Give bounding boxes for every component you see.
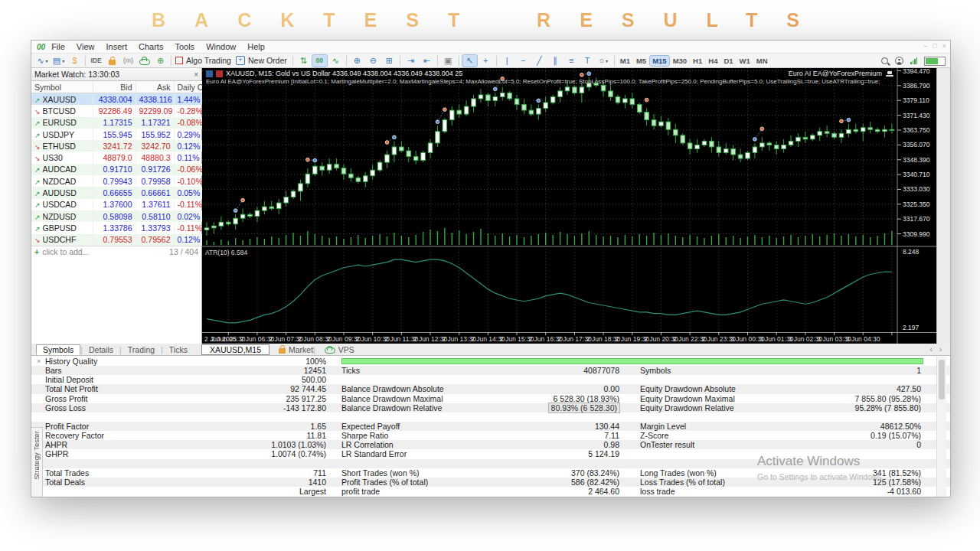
column-header-daily-cha-[interactable]: Daily Cha...	[174, 81, 202, 93]
column-header-bid[interactable]: Bid	[93, 81, 136, 93]
results-row[interactable]: Initial Deposit500.00	[31, 375, 950, 384]
results-row[interactable]: Recovery Factor11.81Sharpe Ratio7.11Z-Sc…	[31, 431, 950, 440]
chart-panel[interactable]: ATR(10) 6.5843394.4703386.7903379.110337…	[202, 68, 936, 344]
chart-tab-market[interactable]: Market	[279, 345, 313, 354]
ea-hat-icon[interactable]	[886, 71, 893, 77]
bars-mode-icon[interactable]: 00	[312, 55, 327, 67]
column-header-symbol[interactable]: Symbol	[31, 81, 93, 93]
results-row[interactable]: AHPR1.0103 (1.03%)LR Correlation0.98OnTe…	[31, 440, 950, 449]
market-watch-row[interactable]: ↘BTCUSD92286.4992299.09-0.28%	[31, 105, 202, 116]
crosshair-icon[interactable]: +	[479, 55, 493, 67]
zoom-out-icon[interactable]: ⊖	[366, 55, 381, 67]
add-symbol-label[interactable]: click to add...	[42, 247, 89, 256]
add-symbol-icon[interactable]: +	[34, 247, 39, 256]
candle-body	[327, 165, 332, 171]
market-watch-row[interactable]: ↘ETHUSD3241.723242.700.12%	[31, 140, 202, 152]
chart-window-icon[interactable]: ∿▾	[35, 55, 50, 67]
column-header-ask[interactable]: Ask	[136, 81, 174, 93]
menu-file[interactable]: File	[51, 42, 65, 51]
minimize-button[interactable]: –	[923, 41, 927, 52]
lock-icon[interactable]	[105, 55, 119, 67]
tick-chart-icon[interactable]: ⇅	[296, 55, 311, 67]
results-row[interactable]: Bars12451Ticks40877078Symbols1	[31, 366, 950, 375]
shapes-icon[interactable]: ○▾	[596, 55, 611, 67]
zoom-in-icon[interactable]: ⊕	[350, 55, 364, 67]
market-watch-row[interactable]: ↗AUDUSD0.666550.666610.05%	[31, 187, 202, 198]
line-chart-icon[interactable]: ∿	[328, 55, 343, 67]
dropdown-caret-icon[interactable]: ▾	[46, 58, 48, 64]
timeframe-d1[interactable]: D1	[721, 56, 735, 66]
results-row[interactable]: Gross Loss-143 172.80Balance Drawdown Re…	[31, 403, 950, 412]
results-row[interactable]: Gross Profit235 917.25Balance Drawdown M…	[31, 394, 950, 403]
timeframe-h4[interactable]: H4	[706, 56, 720, 66]
market-watch-row[interactable]: ↗USDCAD1.376001.37611-0.11%	[31, 199, 202, 210]
close-icon[interactable]: ×	[194, 70, 198, 79]
new-order-button[interactable]: +New Order	[235, 55, 289, 67]
tab-scroll-arrows[interactable]: ‹ ›	[930, 345, 944, 354]
market-watch-row[interactable]: ↘USDCHF0.795530.795620.12%	[31, 234, 202, 246]
menu-insert[interactable]: Insert	[106, 42, 128, 51]
timeframe-m1[interactable]: M1	[618, 56, 632, 66]
menu-window[interactable]: Window	[206, 42, 236, 51]
timeframe-m30[interactable]: M30	[671, 56, 689, 66]
results-row[interactable]: Profit Factor1.65Expected Payoff130.44Ma…	[31, 422, 950, 431]
metaeditor-ide-icon[interactable]: IDE	[89, 55, 103, 67]
timeframe-w1[interactable]: W1	[737, 56, 753, 66]
auto-scroll-icon[interactable]: ⇤	[420, 55, 434, 67]
menu-tools[interactable]: Tools	[175, 42, 194, 51]
menu-view[interactable]: View	[77, 42, 95, 51]
highlighted-value[interactable]: 80.93% (6 528.30)	[549, 403, 619, 412]
results-row[interactable]: History Quality100%	[31, 357, 950, 366]
trendline-icon[interactable]: ╱	[532, 55, 547, 67]
algo-trading-button[interactable]: Algo Trading	[175, 55, 234, 67]
market-watch-row[interactable]: ↗AUDCAD0.917100.91726-0.06%	[31, 164, 202, 175]
cloud-icon[interactable]	[137, 55, 152, 67]
mql5-icon[interactable]: (m)	[121, 55, 136, 67]
vertical-line-icon[interactable]: |	[500, 55, 514, 67]
toolbox-tab-symbols[interactable]: Symbols	[36, 344, 80, 355]
scrollbar-thumb[interactable]	[939, 360, 945, 399]
market-watch-row[interactable]: ↗GBPUSD1.337861.33793-0.11%	[31, 222, 202, 233]
market-watch-column-headers[interactable]: SymbolBidAskDaily Cha...	[31, 81, 202, 93]
accounts-icon[interactable]: $	[67, 55, 82, 67]
horizontal-line-icon[interactable]: −	[516, 55, 531, 67]
fibonacci-icon[interactable]: ≡	[564, 55, 579, 67]
market-watch-row[interactable]: ↗NZDUSD0.580980.581100.02%	[31, 210, 202, 222]
timeframe-h1[interactable]: H1	[691, 56, 704, 66]
market-watch-row[interactable]: ↗XAUUSD4338.0044338.1161.44%	[31, 93, 202, 106]
toolbox-tab-trading[interactable]: Trading	[122, 345, 161, 354]
close-button[interactable]: ×	[942, 41, 946, 52]
menu-help[interactable]: Help	[247, 42, 265, 51]
price-chart-svg[interactable]: ATR(10) 6.5843394.4703386.7903379.110337…	[202, 68, 936, 344]
market-watch-row[interactable]: ↗NZDCAD0.799430.79958-0.10%	[31, 175, 202, 187]
text-tool-icon[interactable]: T	[580, 55, 595, 67]
timeframe-m15[interactable]: M15	[650, 56, 668, 66]
toolbox-tab-ticks[interactable]: Ticks	[163, 345, 194, 354]
channel-icon[interactable]: ∥	[548, 55, 563, 67]
chart-tab-vps[interactable]: VPS	[325, 345, 354, 354]
timeframe-m5[interactable]: M5	[634, 56, 648, 66]
results-scrollbar[interactable]	[936, 357, 946, 497]
results-row[interactable]: Largestprofit trade2 464.60loss trade-4 …	[31, 487, 950, 496]
market-watch-row[interactable]: ↗EURUSD1.173151.17321-0.08%	[31, 117, 202, 129]
market-watch-row[interactable]: ↘US3048879.048880.30.11%	[31, 152, 202, 163]
market-watch-row[interactable]: ↗USDJPY155.945155.9520.29%	[31, 129, 202, 140]
timeframe-mn[interactable]: MN	[754, 56, 770, 66]
maximize-button[interactable]: □	[933, 41, 936, 52]
shift-chart-end-icon[interactable]: ⇥	[403, 55, 418, 67]
menu-charts[interactable]: Charts	[139, 42, 163, 51]
chart-tab-active[interactable]: XAUUSD,M15	[201, 344, 270, 355]
results-row[interactable]: Total Net Profit92 744.45Balance Drawdow…	[31, 384, 950, 393]
cursor-icon[interactable]: ↖	[462, 55, 477, 67]
results-row[interactable]	[31, 412, 950, 422]
community-icon[interactable]: ⊕	[153, 55, 168, 67]
search-icon[interactable]	[881, 57, 888, 64]
profile-icon[interactable]	[895, 57, 903, 65]
toolbox-tab-details[interactable]: Details	[83, 345, 119, 354]
dropdown-caret-icon[interactable]: ▾	[606, 58, 608, 64]
dropdown-caret-icon[interactable]: ▾	[62, 58, 64, 64]
grid-icon[interactable]: ⊞	[382, 55, 397, 67]
chart-profile-icon[interactable]: ▤▾	[51, 55, 66, 67]
strategy-tester-tab[interactable]: Strategy Tester	[31, 427, 43, 497]
screenshot-icon[interactable]: ▣	[441, 55, 456, 67]
